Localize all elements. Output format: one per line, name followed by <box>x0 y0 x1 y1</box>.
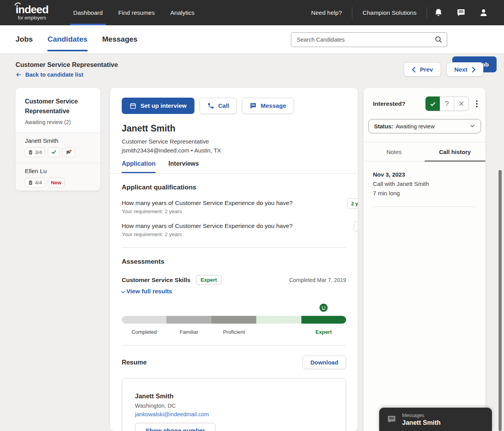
call-title: Call with Janett Smith <box>373 180 476 187</box>
tab-label: Interviews <box>168 160 199 167</box>
status-dropdown[interactable]: Status: Awaiting review <box>368 119 481 133</box>
screener-count: 4/4 <box>35 180 42 186</box>
bar-segment-light <box>256 316 301 324</box>
message-label: Message <box>261 102 286 109</box>
tab-interviews[interactable]: Interviews <box>168 160 199 173</box>
scrollbar-thumb[interactable] <box>499 170 502 431</box>
candidate-name: Ellen Lu <box>25 168 91 175</box>
download-resume-button[interactable]: Download <box>303 356 346 369</box>
profile-button[interactable] <box>472 8 495 17</box>
divider <box>373 207 476 207</box>
prev-candidate-button[interactable]: Prev <box>404 62 441 77</box>
chat-icon <box>457 8 466 17</box>
message-button[interactable]: Message <box>242 98 294 114</box>
screener-count-badge: 3/4 <box>25 147 45 157</box>
chevron-down-icon <box>120 289 126 295</box>
scale-label-expert: Expert <box>301 329 346 335</box>
back-link-label: Back to candidate list <box>25 72 83 78</box>
call-history-list: Nov 3, 2023 Call with Janett Smith 7 min… <box>364 161 485 207</box>
tab-label: Notes <box>387 149 402 155</box>
candidate-list-item-ellen-lu[interactable]: Ellen Lu 4/4 New <box>16 163 100 191</box>
need-help-link[interactable]: Need help? <box>301 9 352 16</box>
result-face-icon <box>319 303 328 312</box>
next-label: Next <box>454 66 467 73</box>
topnav-item-label: Analytics <box>170 9 194 16</box>
qualification-question: How many years of Customer Service Exper… <box>122 223 308 230</box>
topnav-item-analytics[interactable]: Analytics <box>163 0 202 25</box>
resume-email-link[interactable]: jankowalski@indeedmail.com <box>135 411 333 417</box>
search-input[interactable] <box>291 32 447 47</box>
assessment-scale-labels: Completed Familiar Proficient Expert <box>122 329 346 335</box>
tab-application[interactable]: Application <box>122 160 156 173</box>
call-button[interactable]: Call <box>200 98 237 114</box>
tab-candidates[interactable]: Candidates <box>47 25 87 53</box>
search-icon[interactable] <box>434 35 443 45</box>
tab-jobs[interactable]: Jobs <box>16 25 33 53</box>
bar-segment-completed <box>122 316 166 324</box>
qualification-answer-badge: 2 ye <box>347 198 358 209</box>
resume-location: Washington, DC <box>135 403 333 409</box>
interested-label: Interested? <box>373 100 406 107</box>
assessments-section: Assessments Customer Service Skills Expe… <box>110 248 358 345</box>
brand-tagline: for employers <box>18 15 46 21</box>
candidate-name-heading: Janett Smith <box>122 123 346 134</box>
interested-maybe-button[interactable]: ? <box>440 96 454 111</box>
qualification-requirement: Your requirement: 2 years <box>122 208 346 214</box>
candidate-list-item-janett-smith[interactable]: Janett Smith 3/4 <box>16 132 100 163</box>
tab-messages[interactable]: Messages <box>102 25 138 53</box>
show-phone-number-button[interactable]: Show phone number <box>135 423 215 431</box>
check-icon <box>429 100 436 107</box>
set-up-interview-label: Set up interview <box>140 102 187 109</box>
back-to-candidate-list-link[interactable]: Back to candidate list <box>16 72 83 78</box>
qualification-answer-badge: 1 <box>354 221 358 232</box>
call-date: Nov 3, 2023 <box>373 171 476 178</box>
secondary-navbar: Jobs Candidates Messages Post a job <box>0 25 504 54</box>
scale-label: Familiar <box>166 329 211 335</box>
messages-button[interactable] <box>450 8 472 17</box>
candidate-search <box>291 32 447 47</box>
skill-name: Customer Service Skills <box>122 277 191 284</box>
clipboard-icon <box>28 150 33 155</box>
interested-no-button[interactable] <box>454 96 469 111</box>
qualification-requirement: Your requirement: 2 years <box>122 231 346 237</box>
page: indeed for employers Dashboard Find resu… <box>0 0 504 431</box>
interest-panel: Interested? ? Status: Awaiting review <box>364 88 485 431</box>
screener-count-badge: 4/4 <box>25 178 45 187</box>
chat-dot-icon <box>66 149 72 156</box>
resume-heading: Resume <box>122 359 147 366</box>
interested-yes-button[interactable] <box>425 96 440 111</box>
status-value: Awaiting review <box>396 123 434 130</box>
level-badge: Expert <box>196 275 222 285</box>
status-label: Status: <box>374 123 393 130</box>
scale-label: Proficient <box>212 329 256 335</box>
indeed-logo[interactable]: indeed for employers <box>16 5 48 21</box>
messenger-widget[interactable]: Messages Janett Smith <box>379 408 492 431</box>
bell-icon <box>434 8 443 17</box>
view-full-results-link[interactable]: View full results <box>122 288 172 295</box>
tab-call-history[interactable]: Call history <box>425 142 486 161</box>
chevron-left-icon <box>412 67 416 73</box>
candidate-list-panel: Customer Service Representative Awaiting… <box>16 88 100 191</box>
question-mark-glyph: ? <box>445 100 449 108</box>
more-options-button[interactable] <box>474 98 480 110</box>
topnav-item-dashboard[interactable]: Dashboard <box>65 0 110 25</box>
account-menu[interactable]: Champion Solutions <box>352 9 427 16</box>
next-candidate-button[interactable]: Next <box>446 62 483 77</box>
tab-notes[interactable]: Notes <box>364 142 425 161</box>
interested-badge <box>48 147 60 157</box>
brand-wordmark: indeed <box>16 5 48 15</box>
subnav-tabs: Jobs Candidates Messages <box>16 25 138 53</box>
completed-date: Completed Mar 7, 2019 <box>289 277 346 283</box>
chevron-right-icon <box>471 67 476 73</box>
screener-count: 3/4 <box>35 149 42 155</box>
bar-segment-proficient <box>212 316 256 324</box>
notifications-button[interactable] <box>427 8 450 17</box>
tab-label: Application <box>122 160 156 167</box>
topnav-right: Need help? Champion Solutions <box>301 7 495 19</box>
topnav-item-find-resumes[interactable]: Find resumes <box>110 0 163 25</box>
call-history-item: Nov 3, 2023 Call with Janett Smith 7 min… <box>373 171 476 207</box>
set-up-interview-button[interactable]: Set up interview <box>122 98 194 114</box>
job-title: Customer Service Representative <box>25 96 91 116</box>
topnav-item-label: Find resumes <box>118 9 155 16</box>
qualification-item: How many years of Customer Service Exper… <box>122 200 346 214</box>
